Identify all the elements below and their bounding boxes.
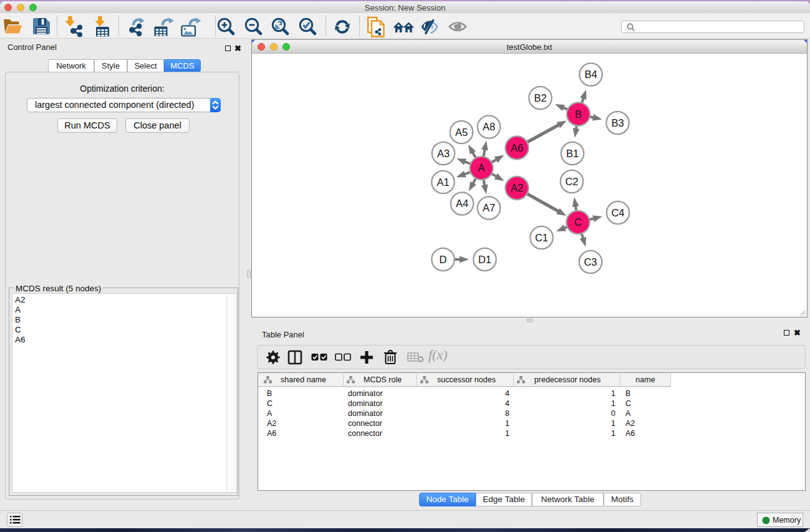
- svg-text:D: D: [440, 254, 447, 265]
- svg-text:A1: A1: [436, 177, 449, 188]
- svg-text:B2: B2: [534, 92, 546, 104]
- svg-text:A5: A5: [455, 127, 468, 138]
- svg-text:C1: C1: [535, 232, 548, 243]
- svg-text:A3: A3: [437, 148, 450, 159]
- svg-text:A6: A6: [511, 142, 523, 153]
- svg-text:A8: A8: [483, 121, 495, 132]
- svg-text:B4: B4: [584, 69, 597, 80]
- svg-text:B: B: [575, 109, 582, 120]
- svg-text:B3: B3: [611, 117, 624, 128]
- svg-text:A4: A4: [456, 198, 468, 209]
- svg-text:C4: C4: [611, 207, 624, 218]
- svg-text:D1: D1: [478, 254, 491, 265]
- svg-text:A2: A2: [511, 182, 523, 193]
- svg-text:B1: B1: [566, 148, 579, 159]
- svg-text:C2: C2: [565, 176, 578, 187]
- svg-text:A: A: [478, 162, 485, 173]
- svg-text:A7: A7: [483, 202, 495, 213]
- svg-text:C: C: [574, 216, 582, 228]
- svg-text:C3: C3: [584, 256, 597, 268]
